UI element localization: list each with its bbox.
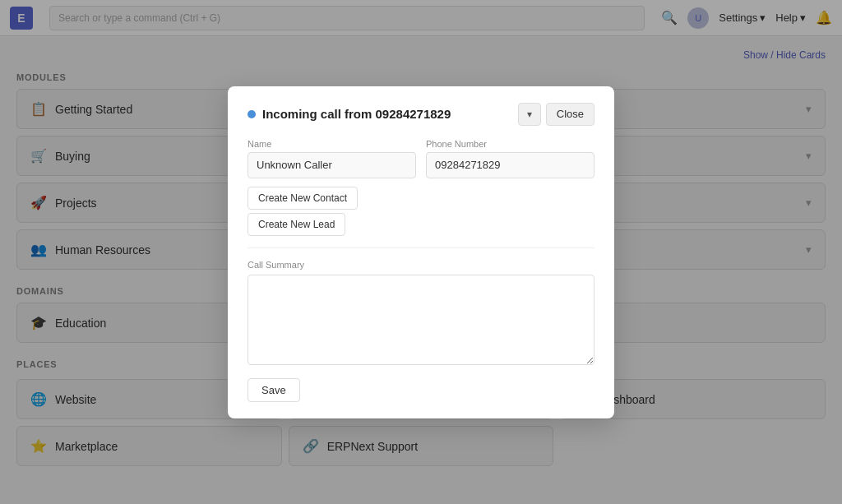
create-lead-button[interactable]: Create New Lead [248, 213, 345, 236]
modal-action-buttons: Create New Contact Create New Lead [248, 187, 594, 248]
modal-header-buttons: ▾ Close [518, 103, 594, 126]
name-label: Name [248, 139, 416, 149]
modal-collapse-button[interactable]: ▾ [518, 103, 541, 126]
call-summary-label: Call Summary [248, 260, 594, 270]
incoming-call-modal: Incoming call from 09284271829 ▾ Close N… [228, 86, 614, 418]
phone-field-container: Phone Number [426, 139, 594, 178]
modal-overlay: Incoming call from 09284271829 ▾ Close N… [0, 0, 842, 504]
save-button[interactable]: Save [248, 378, 300, 402]
modal-header: Incoming call from 09284271829 ▾ Close [248, 103, 594, 126]
create-contact-button[interactable]: Create New Contact [248, 187, 358, 210]
modal-close-button[interactable]: Close [546, 103, 594, 126]
call-summary-textarea[interactable] [248, 275, 594, 365]
name-field-container: Name [248, 139, 416, 178]
modal-title: Incoming call from 09284271829 [248, 107, 451, 121]
name-input[interactable] [248, 152, 416, 178]
call-status-dot [248, 110, 256, 118]
phone-input[interactable] [426, 152, 594, 178]
phone-label: Phone Number [426, 139, 594, 149]
chevron-down-icon: ▾ [527, 109, 532, 120]
modal-contact-fields: Name Phone Number [248, 139, 594, 178]
